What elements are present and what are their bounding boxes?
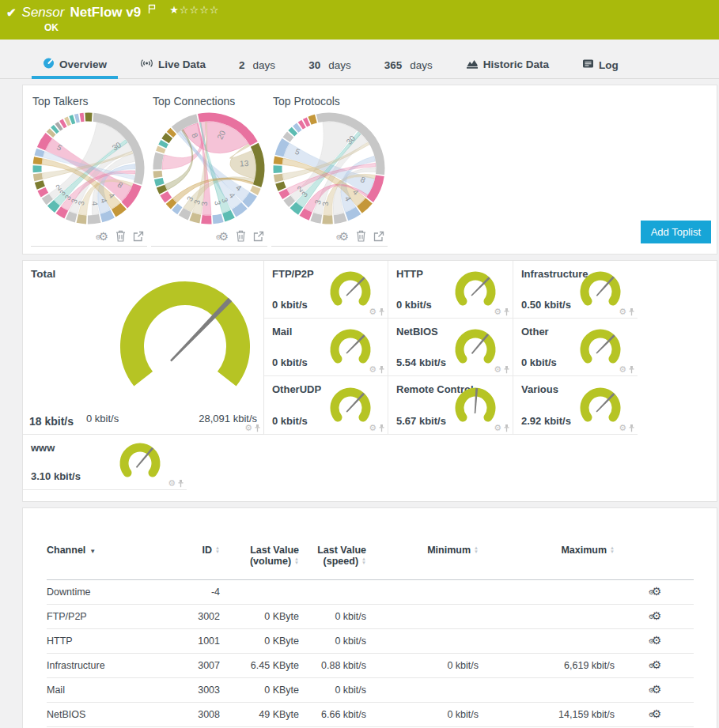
edit-channel-gears-icon[interactable]: ⚙⚙: [652, 587, 662, 596]
toplist-icons: ⚙⚙: [31, 229, 147, 244]
toplist-title: Top Protocols: [271, 93, 388, 109]
gauge-value: 5.67 kbit/s: [396, 415, 446, 427]
gauge-mini-icons: ⚙: [494, 307, 510, 316]
settings-gears-icon[interactable]: ⚙⚙: [98, 232, 108, 241]
gauge-mini-icons: ⚙: [494, 424, 510, 432]
gear-icon[interactable]: ⚙: [494, 365, 501, 374]
tab-historic-data[interactable]: Historic Data: [455, 53, 560, 78]
sort-icon: ▲▼: [474, 546, 479, 554]
column-header-channel[interactable]: Channel▼: [47, 541, 177, 580]
cell-id: 3007: [177, 654, 225, 678]
edit-channel-gears-icon[interactable]: ⚙⚙: [652, 709, 662, 719]
sensor-name: NetFlow v9: [70, 4, 141, 21]
cell-last-value-speed: 0 kbit/s: [304, 605, 371, 629]
sort-desc-icon: ▼: [89, 548, 96, 555]
total-scale-min: 0 kbit/s: [86, 413, 119, 424]
gear-icon[interactable]: ⚙: [369, 307, 377, 316]
gauge-cell-mail: Mail 0 kbit/s ⚙: [264, 319, 388, 376]
total-gauge-cell: Total 0 kbit/s 28,091 kbit/s 18 kbit/s ⚙: [23, 261, 264, 435]
pin-icon[interactable]: [503, 307, 510, 316]
edit-channel-gears-icon[interactable]: ⚙⚙: [652, 611, 662, 620]
column-header-last-value-speed[interactable]: Last Value (speed)▲▼: [304, 541, 371, 580]
tab-live-data[interactable]: Live Data: [129, 53, 217, 78]
gauge-mini-icons: ⚙: [369, 307, 385, 316]
settings-gears-icon[interactable]: ⚙⚙: [218, 232, 229, 241]
gauge-value: 0 kbit/s: [396, 299, 432, 311]
pin-icon[interactable]: [177, 479, 184, 488]
gear-icon[interactable]: ⚙: [168, 479, 176, 488]
cell-id: -4: [177, 580, 225, 605]
gauge-mini-icons: ⚙: [619, 307, 635, 316]
column-header-minimum[interactable]: Minimum▲▼: [371, 541, 483, 580]
chord-diagram[interactable]: 308444333325: [31, 109, 147, 229]
gear-icon[interactable]: ⚙: [244, 424, 252, 432]
cell-minimum: 0 kbit/s: [371, 654, 483, 678]
settings-gears-icon[interactable]: ⚙⚙: [339, 232, 349, 241]
pin-icon[interactable]: [378, 424, 385, 432]
external-link-icon[interactable]: [373, 231, 384, 242]
gauge-mini-icons: ⚙: [494, 365, 510, 374]
trash-icon[interactable]: [356, 230, 366, 242]
cell-last-value-volume: 49 KByte: [225, 703, 304, 727]
tab-log[interactable]: Log: [571, 54, 630, 78]
tab-2-days[interactable]: 2 days: [228, 55, 286, 78]
pin-icon[interactable]: [378, 307, 385, 316]
trash-icon[interactable]: [115, 230, 126, 242]
add-toplist-button[interactable]: Add Toplist: [641, 221, 711, 243]
gear-icon[interactable]: ⚙: [619, 307, 626, 316]
gauge-value: 0 kbit/s: [272, 415, 308, 427]
tab-overview[interactable]: Overview: [32, 52, 118, 78]
table-row[interactable]: HTTP 1001 0 KByte 0 kbit/s ⚙⚙: [47, 629, 694, 654]
table-row[interactable]: NetBIOS 3008 49 KByte 6.66 kbit/s 0 kbit…: [47, 703, 694, 727]
live-icon: [140, 58, 153, 71]
flag-icon[interactable]: [148, 2, 156, 19]
gear-icon[interactable]: ⚙: [494, 424, 501, 432]
gear-icon[interactable]: ⚙: [369, 365, 377, 374]
gear-icon[interactable]: ⚙: [619, 365, 626, 374]
table-row[interactable]: Downtime -4 ⚙⚙: [47, 580, 694, 605]
www-gauge-wrap: www 3.10 kbit/s ⚙: [23, 435, 264, 490]
edit-channel-gears-icon[interactable]: ⚙⚙: [652, 685, 662, 694]
gauge-mini-icons: ⚙: [619, 365, 635, 374]
pin-icon[interactable]: [628, 365, 635, 374]
gauge-cell-otherudp: OtherUDP 0 kbit/s ⚙: [264, 376, 388, 435]
pin-icon[interactable]: [628, 307, 635, 316]
external-link-icon[interactable]: [253, 231, 264, 242]
status-badge: OK: [6, 22, 711, 33]
cell-actions: ⚙⚙: [619, 703, 694, 727]
chord-diagram[interactable]: 820134433333: [151, 109, 267, 229]
trash-icon[interactable]: [236, 230, 246, 242]
priority-stars[interactable]: ★☆☆☆☆: [169, 2, 219, 19]
small-gauge: [451, 326, 500, 372]
gear-icon[interactable]: ⚙: [494, 307, 501, 316]
gear-icon[interactable]: ⚙: [619, 424, 626, 432]
pin-icon[interactable]: [503, 365, 510, 374]
gauge-cell-remote-control: Remote Control 5.67 kbit/s ⚙: [388, 376, 513, 435]
table-row[interactable]: FTP/P2P 3002 0 KByte 0 kbit/s ⚙⚙: [47, 605, 694, 629]
chord-diagram[interactable]: 3084433325: [271, 109, 388, 229]
svg-text:13: 13: [240, 159, 249, 168]
cell-last-value-speed: 6.66 kbit/s: [304, 703, 371, 727]
pin-icon[interactable]: [254, 424, 261, 432]
sort-icon: ▲▼: [610, 546, 615, 554]
pin-icon[interactable]: [503, 424, 510, 432]
column-header-last-value-volume[interactable]: Last Value (volume)▲▼: [225, 541, 304, 580]
cell-maximum: [483, 678, 619, 703]
edit-channel-gears-icon[interactable]: ⚙⚙: [652, 636, 662, 645]
external-link-icon[interactable]: [133, 231, 144, 242]
edit-channel-gears-icon[interactable]: ⚙⚙: [652, 660, 662, 670]
pin-icon[interactable]: [628, 424, 635, 432]
toplist-title: Top Talkers: [31, 93, 147, 109]
channel-table-card: Channel▼ ID▲▼ Last Value (volume)▲▼ Last…: [22, 507, 717, 728]
total-gauge-value: 18 kbit/s: [29, 415, 74, 428]
column-header-id[interactable]: ID▲▼: [177, 541, 225, 580]
pin-icon[interactable]: [378, 365, 385, 374]
tab-30-days[interactable]: 30 days: [297, 55, 362, 78]
table-row[interactable]: Mail 3003 0 KByte 0 kbit/s ⚙⚙: [47, 678, 694, 703]
tab-365-days[interactable]: 365 days: [373, 55, 444, 78]
gear-icon[interactable]: ⚙: [369, 424, 377, 432]
table-row[interactable]: Infrastructure 3007 6.45 KByte 0.88 kbit…: [47, 654, 694, 678]
small-gauge: [326, 326, 375, 372]
column-header-maximum[interactable]: Maximum▲▼: [483, 541, 619, 580]
toplist-icons: ⚙⚙: [151, 229, 267, 244]
